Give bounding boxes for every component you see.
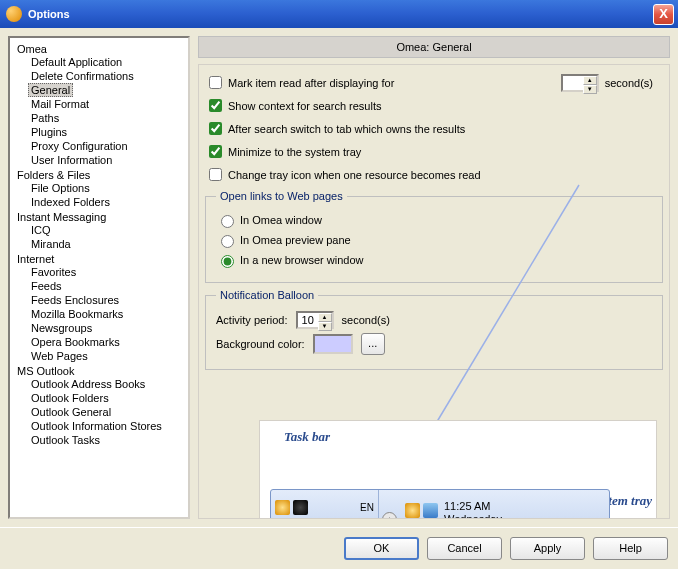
tree-mozilla[interactable]: Mozilla Bookmarks [28,307,126,321]
collapse-icon[interactable]: − [8,45,10,54]
open-links-legend: Open links to Web pages [216,190,347,202]
tree-paths[interactable]: Paths [28,111,62,125]
tree-proxy[interactable]: Proxy Configuration [28,139,131,153]
lang-indicator: EN [360,502,374,513]
bgcolor-label: Background color: [216,338,305,350]
mark-read-unit: second(s) [605,77,653,89]
open-omea-window-radio[interactable] [221,215,234,228]
tree-feeds[interactable]: Feeds [28,279,65,293]
tree-file-options[interactable]: File Options [28,181,93,195]
collapse-icon[interactable]: − [8,367,10,376]
bgcolor-picker-button[interactable]: ... [361,333,385,355]
show-context-checkbox[interactable] [209,99,222,112]
tree-outlook-general[interactable]: Outlook General [28,405,114,419]
tree-web[interactable]: Web Pages [28,349,91,363]
help-button[interactable]: Help [593,537,668,560]
tree-indexed[interactable]: Indexed Folders [28,195,113,209]
collapse-icon[interactable]: − [8,255,10,264]
taskbar-callout: Task bar [284,429,330,445]
spin-down-icon[interactable]: ▼ [318,322,332,331]
options-tree[interactable]: −Omea Default Application Delete Confirm… [8,36,190,519]
activity-unit: second(s) [342,314,390,326]
show-context-label: Show context for search results [228,100,381,112]
tree-omea[interactable]: Omea [14,42,50,56]
activity-label: Activity period: [216,314,288,326]
apply-button[interactable]: Apply [510,537,585,560]
activity-seconds[interactable]: 10▲▼ [296,311,334,329]
after-search-checkbox[interactable] [209,122,222,135]
tree-icq[interactable]: ICQ [28,223,54,237]
mini-taskbar: EN Omea Pro ... ‹ [270,489,610,519]
notification-legend: Notification Balloon [216,289,318,301]
minimize-checkbox[interactable] [209,145,222,158]
minimize-label: Minimize to the system tray [228,146,361,158]
collapse-icon[interactable]: − [8,213,10,222]
spin-down-icon[interactable]: ▼ [583,85,597,94]
tray-icon [405,503,420,518]
spin-up-icon[interactable]: ▲ [318,313,332,322]
tree-outlook-addr[interactable]: Outlook Address Books [28,377,148,391]
tree-outlook-folders[interactable]: Outlook Folders [28,391,112,405]
tree-user-info[interactable]: User Information [28,153,115,167]
collapse-tray-icon: ‹ [382,512,397,520]
bgcolor-swatch [313,334,353,354]
cancel-button[interactable]: Cancel [427,537,502,560]
open-browser-radio[interactable] [221,255,234,268]
tree-opera[interactable]: Opera Bookmarks [28,335,123,349]
tree-default-app[interactable]: Default Application [28,55,125,69]
tray-app-icon [293,500,308,515]
mark-read-label: Mark item read after displaying for [228,77,394,89]
tray-time: 11:25 AM [444,500,502,513]
ok-button[interactable]: OK [344,537,419,560]
tree-miranda[interactable]: Miranda [28,237,74,251]
notification-group: Notification Balloon Activity period: 10… [205,289,663,370]
tree-general[interactable]: General [28,83,73,97]
tree-outlook[interactable]: MS Outlook [14,364,77,378]
spin-up-icon[interactable]: ▲ [583,76,597,85]
tree-outlook-tasks[interactable]: Outlook Tasks [28,433,103,447]
mark-read-checkbox[interactable] [209,76,222,89]
open-preview-radio[interactable] [221,235,234,248]
tree-outlook-stores[interactable]: Outlook Information Stores [28,419,165,433]
change-tray-checkbox[interactable] [209,168,222,181]
open-links-group: Open links to Web pages In Omea window I… [205,190,663,283]
tray-illustration: Task bar System tray EN Omea Pro ... [259,420,657,519]
panel-title: Omea: General [198,36,670,58]
tree-favorites[interactable]: Favorites [28,265,79,279]
collapse-icon[interactable]: − [8,171,10,180]
change-tray-label: Change tray icon when one resource becom… [228,169,481,181]
tree-delete-conf[interactable]: Delete Confirmations [28,69,137,83]
tree-newsgroups[interactable]: Newsgroups [28,321,95,335]
window-title: Options [28,8,70,20]
tree-folders[interactable]: Folders & Files [14,168,93,182]
after-search-label: After search switch to tab which owns th… [228,123,465,135]
close-button[interactable]: X [653,4,674,25]
tree-mail-format[interactable]: Mail Format [28,97,92,111]
tray-day: Wednesday [444,513,502,520]
tree-internet[interactable]: Internet [14,252,57,266]
tray-app-icon [275,500,290,515]
app-icon [6,6,22,22]
tree-im[interactable]: Instant Messaging [14,210,109,224]
mark-read-seconds[interactable]: ▲▼ [561,74,599,92]
tree-feeds-enc[interactable]: Feeds Enclosures [28,293,122,307]
tray-icon [423,503,438,518]
tree-plugins[interactable]: Plugins [28,125,70,139]
